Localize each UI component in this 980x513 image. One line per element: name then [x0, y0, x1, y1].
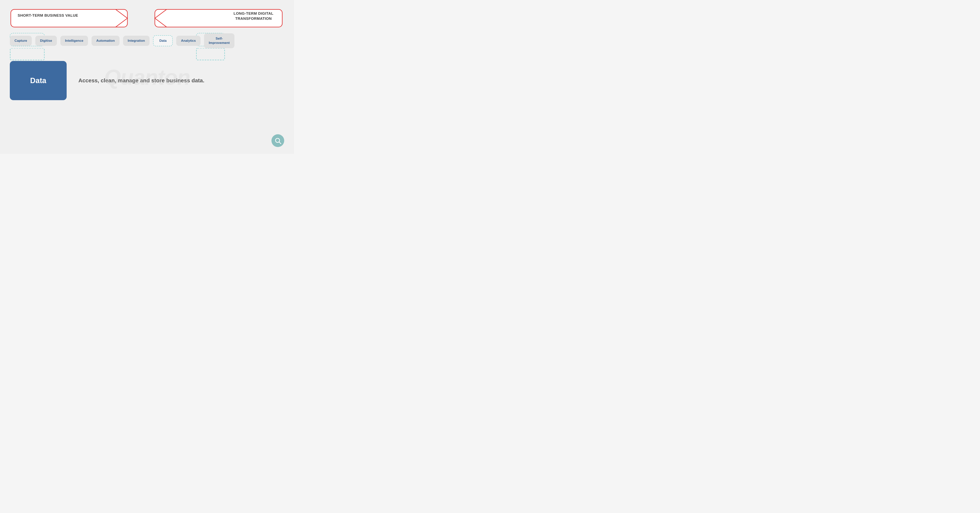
pill-digitise[interactable]: Digitise: [35, 36, 57, 46]
pill-self-improvement[interactable]: Self-Improvement: [204, 33, 234, 48]
svg-line-6: [279, 142, 281, 144]
svg-rect-0: [11, 10, 127, 27]
quanton-logo: [272, 134, 284, 147]
quanton-logo-icon: [274, 137, 282, 145]
banners-section: SHORT-TERM BUSINESS VALUE LONG-TERM DIGI…: [10, 8, 284, 30]
long-term-label: LONG-TERM DIGITALTRANSFORMATION: [234, 11, 274, 21]
data-description: Access, clean, manage and store business…: [78, 77, 204, 84]
svg-rect-3: [10, 48, 44, 60]
pill-data[interactable]: Data: [153, 35, 173, 46]
pills-row: Capture Digitise Intelligence Automation…: [10, 33, 284, 48]
long-term-banner: LONG-TERM DIGITALTRANSFORMATION: [234, 11, 274, 21]
pill-analytics[interactable]: Analytics: [176, 36, 200, 46]
connector-svg: [10, 48, 284, 64]
bottom-section: Data Access, clean, manage and store bus…: [10, 61, 284, 100]
data-card[interactable]: Data: [10, 61, 67, 100]
page-container: Quanton SHORT-TERM BUSINESS VALUE LONG-T…: [0, 0, 294, 154]
pill-integration[interactable]: Integration: [123, 36, 150, 46]
svg-rect-4: [196, 48, 224, 60]
data-card-label: Data: [30, 76, 46, 85]
pill-intelligence[interactable]: Intelligence: [60, 36, 88, 46]
pill-capture[interactable]: Capture: [10, 36, 32, 46]
pill-automation[interactable]: Automation: [92, 36, 119, 46]
short-term-label: SHORT-TERM BUSINESS VALUE: [18, 13, 78, 18]
short-term-banner: SHORT-TERM BUSINESS VALUE: [18, 13, 78, 18]
pills-wrapper: Capture Digitise Intelligence Automation…: [10, 33, 284, 48]
